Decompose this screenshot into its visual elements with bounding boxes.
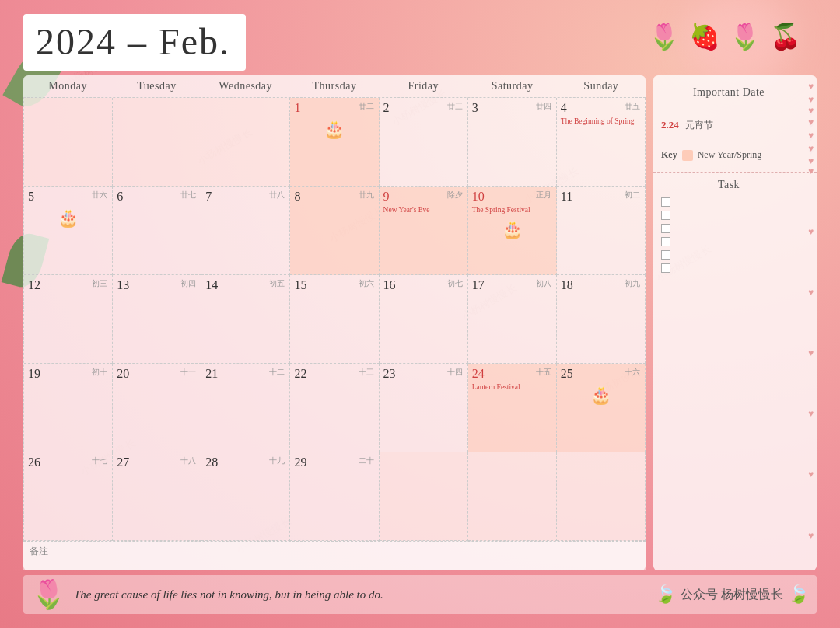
page-title: 2024 – Feb.: [36, 21, 230, 62]
task-checkbox-2[interactable]: [661, 211, 670, 220]
important-date-item: 2.24 元宵节: [661, 119, 796, 132]
cake-icon: 🎂: [472, 220, 552, 240]
table-row: 3 廿四: [468, 98, 557, 187]
cell-date: 6: [117, 190, 123, 203]
cake-icon: 🎂: [561, 386, 641, 406]
cell-date: 10: [472, 190, 485, 203]
day-monday: Monday: [23, 75, 112, 97]
task-item-3: [661, 224, 796, 233]
cell-date: 15: [294, 278, 306, 291]
tulip-icon: 🌷: [31, 578, 66, 611]
table-row: 19 初十: [24, 364, 113, 452]
cell-lunar: 二十: [359, 455, 374, 466]
table-row: 11 初二: [557, 187, 646, 275]
sidebar: Important Date ♥ ♥ ♥ ♥ ♥ ♥ 2.24 元宵节: [653, 75, 817, 570]
heart-icon: ♥: [808, 165, 814, 178]
cell-date: 3: [472, 101, 478, 114]
cell-lunar: 廿七: [180, 190, 196, 201]
cell-date: 22: [294, 367, 306, 380]
cell-event: New Year's Eve: [383, 205, 464, 215]
cell-lunar: 初二: [625, 190, 640, 201]
table-row: 6 廿七: [113, 187, 201, 275]
day-tuesday: Tuesday: [112, 75, 201, 97]
cell-date: 28: [205, 455, 218, 469]
task-checkbox-5[interactable]: [661, 250, 670, 260]
cell-date: 9: [383, 190, 390, 203]
cell-lunar: 廿八: [269, 190, 285, 201]
cell-lunar: 廿九: [359, 190, 374, 201]
table-row: [468, 452, 557, 541]
cell-lunar: 廿二: [359, 101, 374, 112]
notes-row[interactable]: 备注: [23, 541, 646, 570]
table-row: 15 初六: [290, 275, 379, 364]
task-title: Task: [661, 179, 796, 191]
task-item-1: [661, 197, 796, 207]
cell-lunar: 廿四: [536, 101, 551, 112]
heart-icon: ♥: [808, 104, 814, 117]
table-row: 23 十四: [380, 364, 468, 452]
table-row: [201, 98, 290, 187]
cake-icon: 🎂: [28, 208, 108, 229]
table-row: 22 十三: [290, 364, 379, 452]
table-row: 21 十二: [201, 364, 290, 452]
calendar-header: Monday Tuesday Wednesday Thursday Friday…: [23, 75, 646, 97]
cell-date: 29: [294, 455, 306, 469]
table-row: 28 十九: [201, 452, 290, 541]
task-checkbox-4[interactable]: [661, 237, 670, 246]
footer-quote: The great cause of life lies not in know…: [74, 588, 383, 602]
cell-lunar: 初四: [180, 278, 196, 289]
task-item-4: [661, 237, 796, 246]
heart-icon: ♥: [808, 225, 814, 239]
cell-date: 11: [561, 190, 572, 203]
table-row: [380, 452, 468, 541]
day-wednesday: Wednesday: [201, 75, 290, 97]
heart-icon: ♥: [808, 407, 814, 420]
fruit-4: 🍒: [770, 22, 801, 51]
important-date-content: 2.24 元宵节 Key New Year/Spring ♥ ♥ ♥ ♥: [653, 111, 817, 172]
table-row: 29 二十: [290, 452, 379, 541]
task-item-2: [661, 211, 796, 220]
fruit-1: 🌷: [649, 22, 680, 51]
table-row: 16 初七: [380, 275, 468, 364]
key-label: Key: [661, 149, 677, 161]
task-checkbox-6[interactable]: [661, 263, 670, 273]
calendar-grid: 1 廿二 🎂 2 廿三 3 廿四 4 廿五 The Beginning of S…: [23, 97, 646, 541]
cell-date: 23: [383, 367, 396, 380]
day-saturday: Saturday: [467, 75, 556, 97]
cell-date: 19: [28, 367, 40, 380]
key-row: Key New Year/Spring: [661, 149, 796, 161]
header: 2024 – Feb. 🌷 🍓 🌷 🍒: [23, 14, 817, 71]
cell-lunar: 十九: [269, 455, 285, 466]
cell-date: 1: [294, 101, 300, 114]
calendar: Monday Tuesday Wednesday Thursday Friday…: [23, 75, 646, 570]
cell-date: 7: [205, 190, 212, 203]
table-row: 20 十一: [113, 364, 201, 452]
cell-event: The Spring Festival: [472, 205, 552, 215]
fruit-3: 🌷: [730, 22, 761, 51]
key-value: New Year/Spring: [698, 149, 762, 161]
table-row: 1 廿二 🎂: [290, 98, 379, 187]
cell-date: 25: [561, 367, 573, 380]
cell-lunar: 除夕: [447, 190, 463, 201]
cake-icon: 🎂: [294, 120, 374, 140]
table-row: 10 正月 The Spring Festival 🎂: [468, 187, 557, 275]
cell-lunar: 初五: [269, 278, 285, 289]
cell-lunar: 初七: [447, 278, 463, 289]
task-checkbox-1[interactable]: [661, 197, 670, 207]
table-row: 2 廿三: [380, 98, 468, 187]
important-date-date: 2.24: [661, 119, 679, 131]
table-row: 25 十六 🎂: [557, 364, 646, 452]
task-checkbox-3[interactable]: [661, 224, 670, 233]
cell-date: 17: [472, 278, 485, 291]
cell-lunar: 十五: [536, 367, 551, 378]
cell-lunar: 十六: [625, 367, 640, 378]
hearts-strip-3: ♥ ♥ ♥ ♥ ♥ ♥ ♥ ♥: [808, 75, 814, 570]
important-date-title: Important Date: [661, 82, 796, 105]
table-row: 24 十五 Lantern Festival: [468, 364, 557, 452]
cell-lunar: 十八: [180, 455, 196, 466]
cell-lunar: 初十: [92, 367, 107, 378]
cell-date: 24: [472, 367, 485, 380]
cell-event: Lantern Festival: [472, 382, 552, 392]
table-row: 8 廿九: [290, 187, 379, 275]
day-sunday: Sunday: [557, 75, 646, 97]
